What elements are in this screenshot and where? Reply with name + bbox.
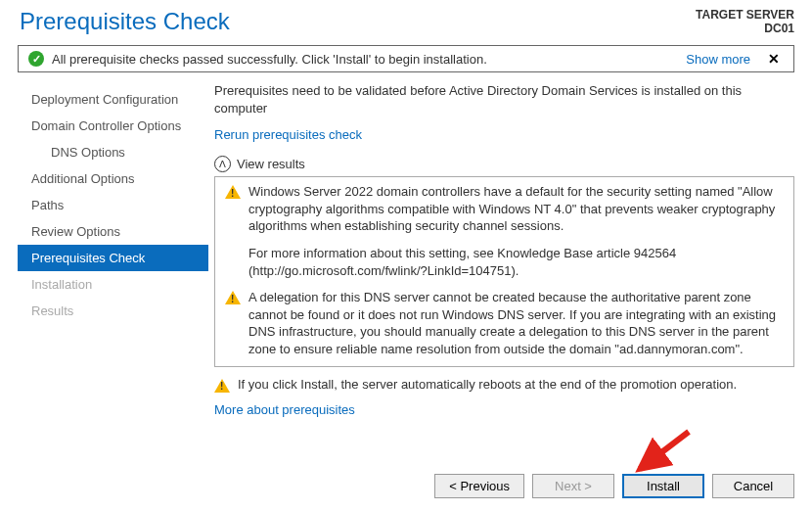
- sidebar-item-installation: Installation: [18, 271, 208, 298]
- warning-item: Windows Server 2022 domain controllers h…: [225, 183, 786, 279]
- sidebar-item-review-options[interactable]: Review Options: [18, 218, 208, 245]
- warning-extra-text: For more information about this setting,…: [248, 245, 786, 279]
- wizard-button-bar: < Previous Next > Install Cancel: [0, 464, 812, 512]
- sidebar-item-prerequisites-check[interactable]: Prerequisites Check: [18, 245, 208, 271]
- status-banner: ✓ All prerequisite checks passed success…: [18, 45, 794, 72]
- sidebar-item-additional-options[interactable]: Additional Options: [18, 165, 208, 192]
- cancel-button[interactable]: Cancel: [712, 474, 794, 498]
- warning-icon: [225, 185, 241, 199]
- show-more-link[interactable]: Show more: [686, 52, 750, 67]
- target-server-name: DC01: [696, 22, 794, 35]
- wizard-steps-sidebar: Deployment Configuration Domain Controll…: [18, 82, 208, 464]
- warning-item: A delegation for this DNS server cannot …: [225, 289, 786, 360]
- install-button[interactable]: Install: [622, 474, 704, 498]
- previous-button[interactable]: < Previous: [434, 474, 524, 498]
- target-server-label: TARGET SERVER: [696, 8, 794, 22]
- check-icon: ✓: [28, 51, 44, 67]
- next-button: Next >: [532, 474, 614, 498]
- warning-text: A delegation for this DNS server cannot …: [248, 289, 786, 360]
- footer-warning-text: If you click Install, the server automat…: [238, 377, 737, 392]
- sidebar-item-domain-controller-options[interactable]: Domain Controller Options: [18, 113, 208, 139]
- sidebar-item-dns-options[interactable]: DNS Options: [18, 139, 208, 165]
- view-results-toggle[interactable]: ᐱ View results: [214, 156, 794, 172]
- close-icon[interactable]: ✕: [764, 51, 784, 67]
- warning-icon: [214, 379, 230, 393]
- results-panel: Windows Server 2022 domain controllers h…: [214, 176, 794, 367]
- target-server-info: TARGET SERVER DC01: [696, 8, 794, 35]
- sidebar-item-results: Results: [18, 298, 208, 324]
- intro-text: Prerequisites need to be validated befor…: [214, 82, 794, 117]
- view-results-label: View results: [237, 157, 305, 171]
- page-title: Prerequisites Check: [20, 8, 230, 35]
- sidebar-item-deployment-configuration[interactable]: Deployment Configuration: [18, 86, 208, 113]
- warning-icon: [225, 291, 241, 304]
- rerun-prerequisites-link[interactable]: Rerun prerequisites check: [214, 127, 794, 142]
- more-about-prerequisites-link[interactable]: More about prerequisites: [214, 402, 794, 417]
- sidebar-item-paths[interactable]: Paths: [18, 192, 208, 218]
- results-scroll-area[interactable]: Windows Server 2022 domain controllers h…: [225, 183, 789, 360]
- chevron-up-icon: ᐱ: [214, 156, 231, 172]
- footer-warning: If you click Install, the server automat…: [214, 377, 794, 393]
- status-message: All prerequisite checks passed successfu…: [52, 52, 678, 67]
- warning-text: Windows Server 2022 domain controllers h…: [248, 184, 775, 233]
